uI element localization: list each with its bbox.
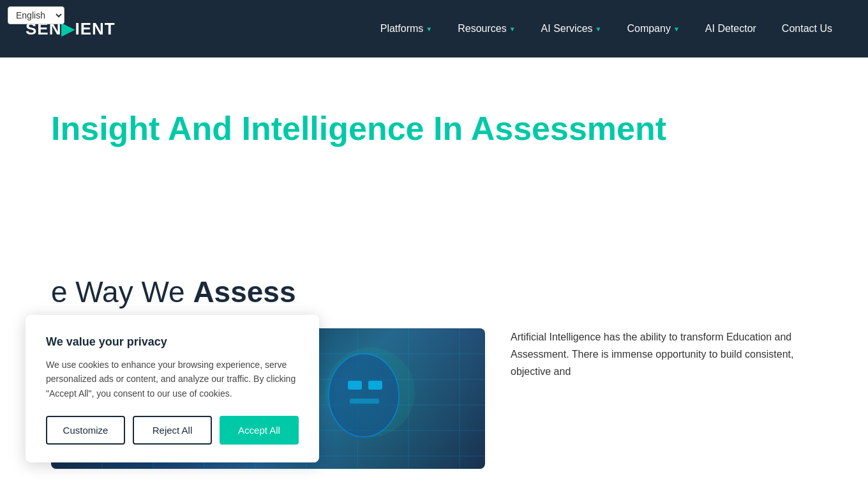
svg-rect-18: [350, 399, 379, 404]
language-selector[interactable]: English Spanish French German: [8, 6, 64, 24]
cookie-title: We value your privacy: [46, 335, 299, 349]
main-nav: Platforms ▼ Resources ▼ AI Services ▼ Co…: [370, 18, 842, 40]
transform-heading: e Way We Assess: [51, 275, 817, 309]
chevron-down-icon: ▼: [426, 26, 432, 33]
cookie-buttons: Customize Reject All Accept All: [46, 416, 299, 445]
nav-resources[interactable]: Resources ▼: [447, 18, 525, 40]
header: English Spanish French German SEN▶IENT P…: [0, 0, 868, 57]
svg-point-15: [329, 354, 399, 437]
svg-rect-16: [348, 381, 362, 390]
hero-title: Insight And Intelligence In Assessment: [51, 109, 817, 148]
customize-button[interactable]: Customize: [46, 416, 125, 445]
cookie-body: We use cookies to enhance your browsing …: [46, 358, 299, 400]
transform-text: Artificial Intelligence has the ability …: [511, 328, 817, 381]
hero-section: Insight And Intelligence In Assessment: [0, 57, 868, 249]
cookie-banner: We value your privacy We use cookies to …: [26, 315, 319, 462]
nav-ai-detector[interactable]: AI Detector: [695, 18, 767, 40]
reject-all-button[interactable]: Reject All: [133, 416, 212, 445]
nav-company[interactable]: Company ▼: [617, 18, 689, 40]
svg-rect-17: [368, 381, 382, 390]
nav-contact-us[interactable]: Contact Us: [772, 18, 842, 40]
nav-ai-services[interactable]: AI Services ▼: [531, 18, 612, 40]
language-dropdown[interactable]: English Spanish French German: [8, 6, 64, 24]
chevron-down-icon: ▼: [673, 26, 680, 33]
nav-platforms[interactable]: Platforms ▼: [370, 18, 442, 40]
accept-all-button[interactable]: Accept All: [220, 416, 299, 445]
chevron-down-icon: ▼: [595, 26, 602, 33]
chevron-down-icon: ▼: [509, 26, 516, 33]
